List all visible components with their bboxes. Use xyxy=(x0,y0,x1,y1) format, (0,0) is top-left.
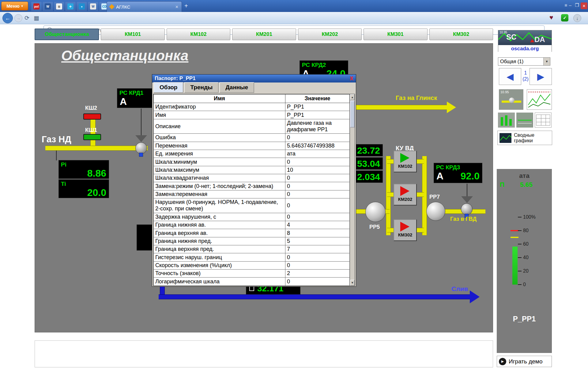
pinned-tab[interactable]: pol xyxy=(31,2,42,11)
chevron-down-icon: ▾ xyxy=(21,4,23,8)
tick-label: 60 xyxy=(523,241,529,247)
nav-tab[interactable]: Общестанционка xyxy=(35,29,99,40)
table-row[interactable]: Нарушения (0-принужд. НОРМА, 1-подавлени… xyxy=(154,198,350,213)
compressor-triangle xyxy=(400,222,409,232)
table-row[interactable]: Задержка нарушения, с 0 xyxy=(154,213,350,221)
table-row[interactable]: Переменная 5.64637467499388 xyxy=(154,142,350,150)
thumbnail-lines[interactable] xyxy=(516,113,533,128)
maximize-button[interactable]: ❐ xyxy=(574,2,580,8)
table-row[interactable]: Граница верхняя ав. 8 xyxy=(154,229,350,237)
dialog-scrollbar[interactable]: ▲ ▼ xyxy=(350,94,355,286)
valve-kush2[interactable] xyxy=(83,113,101,120)
pinned-tab[interactable]: ≣ xyxy=(54,2,64,11)
pump-pp5[interactable] xyxy=(365,202,386,222)
valve-actuator-icon xyxy=(461,196,473,203)
forward-button[interactable]: → xyxy=(14,14,22,22)
pinned-tab[interactable]: W xyxy=(88,2,98,11)
thumbnail-table[interactable] xyxy=(535,113,552,128)
pinned-tab[interactable]: ● xyxy=(77,2,87,11)
table-row[interactable]: Гистерезис наруш. границ 0 xyxy=(154,253,350,261)
table-row[interactable]: Описание Давление газа на диафрагме РР1 xyxy=(154,119,350,134)
table-row[interactable]: Точность (знаков) 2 xyxy=(154,270,350,278)
nav-tab[interactable]: КМ301 xyxy=(364,29,427,40)
new-tab-button[interactable]: + xyxy=(184,2,188,10)
compressor-km302[interactable]: КМ302 xyxy=(394,219,417,241)
apps-grid-icon[interactable]: ▦ xyxy=(34,14,39,21)
attr-value-cell: 0 xyxy=(285,190,350,198)
scroll-down-icon[interactable]: ▼ xyxy=(350,280,355,286)
tab-close-icon[interactable]: ✕ xyxy=(175,5,179,9)
nav-tab[interactable]: КМ201 xyxy=(232,29,296,40)
back-button[interactable]: ← xyxy=(2,13,13,23)
refresh-icon[interactable]: ⟳ xyxy=(24,14,29,21)
compressor-km102[interactable]: КМ102 xyxy=(394,151,417,172)
play-demo-button[interactable]: ▶ Играть демо xyxy=(497,356,552,367)
table-row[interactable]: Замена:переменная 0 xyxy=(154,190,350,198)
table-row[interactable]: Ед. измерения ата xyxy=(154,150,350,158)
prev-page-button[interactable]: ◀ xyxy=(499,68,521,85)
thumbnail-bars[interactable] xyxy=(498,113,515,128)
pinned-tab[interactable]: ✈ xyxy=(65,2,76,11)
attr-name-cell: Граница верхняя пред. xyxy=(154,245,285,253)
pump-pp7[interactable] xyxy=(426,202,445,221)
table-row[interactable]: Имя P_PP1 xyxy=(154,111,350,119)
dialog-close-button[interactable]: X xyxy=(350,75,353,82)
control-valve-1[interactable] xyxy=(135,142,147,154)
nav-tab[interactable]: КМ302 xyxy=(429,29,493,40)
scroll-up-icon[interactable]: ▲ xyxy=(350,94,355,100)
attr-value-cell: P_PP1 xyxy=(285,103,350,111)
table-row[interactable]: Граница нижняя ав. 4 xyxy=(154,221,350,229)
chevron-down-icon: ▼ xyxy=(543,58,550,65)
display-pi[interactable]: Pi 8.86 xyxy=(58,160,109,179)
dialog-tab[interactable]: Данные xyxy=(219,82,254,93)
compressor-km202[interactable]: КМ202 xyxy=(394,184,417,205)
dialog-titlebar[interactable]: Паспорт: P_PP1 X xyxy=(152,75,356,82)
control-valve-2[interactable] xyxy=(461,203,473,215)
minimize-button[interactable]: – xyxy=(567,2,573,8)
table-row[interactable]: Замена:режим (0-нет; 1-последний; 2-заме… xyxy=(154,182,350,190)
table-row[interactable]: Шкала:максимум 10 xyxy=(154,166,350,174)
tick-label: 80 xyxy=(523,228,529,233)
table-row[interactable]: Скорость изменения (%/цикл) 0 xyxy=(154,261,350,269)
table-row[interactable]: Шкала:квадратичная 0 xyxy=(154,174,350,182)
table-row[interactable]: Логарифмическая шкала 0 xyxy=(154,278,350,286)
close-button[interactable]: ✕ xyxy=(581,2,587,9)
summary-graphs-button[interactable]: Сводные графики xyxy=(497,131,552,145)
table-row[interactable]: Идентификатор P_PP1 xyxy=(154,103,350,111)
dialog-tab[interactable]: Обзор xyxy=(153,82,183,93)
dialog-tab[interactable]: Тренды xyxy=(184,82,219,93)
view-select[interactable]: Общая (1) ▼ xyxy=(498,57,550,66)
table-row[interactable]: Граница нижняя пред. 5 xyxy=(154,237,350,245)
scroll-strip[interactable] xyxy=(35,337,222,340)
attr-value-cell: ата xyxy=(285,150,350,158)
browser-window: Меню ▾ polW≣✈●WCD АГЛКС ✕ + ≡ – ❐ ✕ ← → … xyxy=(0,0,588,368)
label-gaz-gvd: Газ в ГВД xyxy=(450,216,477,222)
display-krd3[interactable]: РС КРД3 А92.0 xyxy=(434,163,482,183)
label-kush1: КШ1 xyxy=(85,127,97,133)
bookmark-heart-icon[interactable]: ♥ xyxy=(549,14,553,21)
attr-name-cell: Задержка нарушения, с xyxy=(154,213,285,221)
table-row[interactable]: Граница верхняя пред. 7 xyxy=(154,245,350,253)
scroll-strip[interactable] xyxy=(35,333,493,336)
nav-tab[interactable]: КМ202 xyxy=(298,29,362,40)
lines-icon xyxy=(517,113,533,127)
pinned-tab[interactable]: W xyxy=(43,2,53,11)
active-tab[interactable]: АГЛКС ✕ xyxy=(107,1,182,12)
table-row[interactable]: Ошибка 0 xyxy=(154,134,350,142)
thumbnail-trend[interactable] xyxy=(527,89,552,110)
display-ti[interactable]: Ti 20.0 xyxy=(58,179,109,198)
firefox-menu-button[interactable]: Меню ▾ xyxy=(1,2,28,10)
scada-nav-tabs: ОбщестанционкаКМ101КМ102КМ201КМ202КМ301К… xyxy=(35,29,493,40)
next-page-button[interactable]: ▶ xyxy=(530,68,552,85)
table-row[interactable]: Шкала:минимум 0 xyxy=(154,158,350,166)
scroll-thumb[interactable] xyxy=(350,101,355,128)
trend-icon xyxy=(527,90,552,109)
nav-tab[interactable]: КМ102 xyxy=(167,29,230,40)
thumbnail-mnemo[interactable]: 10.95 xyxy=(499,89,523,110)
nav-tab[interactable]: КМ101 xyxy=(101,29,164,40)
oscada-logo[interactable]: 10.95 SC DA oscada.org xyxy=(498,30,552,52)
valve-kush1[interactable] xyxy=(83,134,101,140)
shield-icon[interactable]: ✓ xyxy=(561,14,568,21)
download-icon[interactable]: ↓ xyxy=(573,14,581,22)
attr-value-cell: 2 xyxy=(285,270,350,278)
